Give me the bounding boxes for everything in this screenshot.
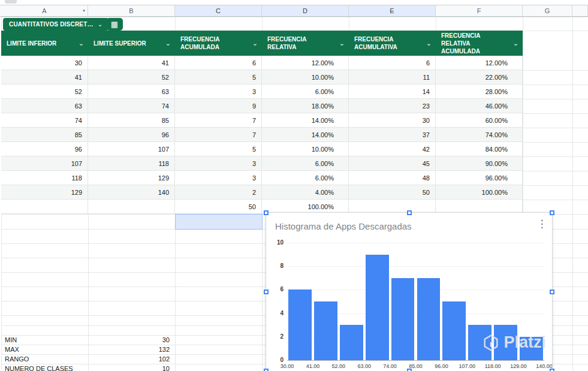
table-cell[interactable]: 11 [349,70,436,85]
table-cell[interactable]: 41 [88,56,175,70]
table-cell[interactable]: 3 [175,171,262,185]
table-cell[interactable]: 37 [349,128,436,142]
table-cell[interactable]: 50 [349,185,436,200]
table-cell[interactable]: 48 [349,171,436,185]
table-cell[interactable]: 10.00% [262,70,349,85]
table-cell[interactable]: 14.00% [262,128,349,142]
table-cell[interactable]: 107 [88,142,175,156]
table-cell[interactable]: 60.00% [436,113,523,128]
table-header-frecuencia-acumulada[interactable]: FRECUENCIA ACUMULADA⌄ [175,31,262,56]
table-cell[interactable]: 12.00% [262,56,349,70]
table-cell[interactable]: 129 [88,171,175,185]
table-cell[interactable]: 74 [1,113,88,128]
table-cell[interactable]: 46.00% [436,99,523,113]
table-cell[interactable]: 14.00% [262,113,349,128]
table-cell[interactable]: 2 [175,185,262,200]
table-cell[interactable]: 6.00% [262,85,349,99]
chevron-down-icon[interactable]: ⌄ [79,40,84,47]
column-header-D[interactable]: D [262,5,349,16]
table-name-tab[interactable]: CUANTITATIVOS DISCRET… ⌄ [3,18,108,31]
column-header-F[interactable]: F [436,5,523,16]
table-header-limite-inferior[interactable]: LIMITE INFERIOR⌄ [1,31,88,56]
table-cell[interactable]: 140 [88,185,175,200]
table-cell[interactable]: 100.00% [436,185,523,200]
table-cell[interactable]: 96 [88,128,175,142]
table-cell[interactable]: 90.00% [436,156,523,171]
chevron-down-icon[interactable]: ⌄ [252,40,258,47]
chart-resize-handle[interactable] [550,289,554,294]
table-cell[interactable]: 118 [88,156,175,171]
chart-container[interactable]: Histograma de Apps Descargadas ⋮ 1086420… [266,212,553,371]
table-cell[interactable]: 41 [1,70,88,85]
chevron-down-icon[interactable]: ⌄ [513,40,518,47]
table-cell[interactable]: 3 [175,156,262,171]
table-cell[interactable]: 30 [1,56,88,70]
table-cell[interactable]: 96.00% [436,171,523,185]
stat-label[interactable]: MIN [1,335,88,345]
table-cell[interactable]: 63 [1,99,88,113]
table-cell[interactable]: 129 [1,185,88,200]
chart-resize-handle[interactable] [264,289,269,294]
stat-label[interactable]: MAX [1,345,88,354]
table-cell[interactable]: 42 [349,142,436,156]
column-header-B[interactable]: B [88,5,175,16]
table-header-limite-superior[interactable]: LIMITE SUPERIOR⌄ [88,31,175,56]
table-cell[interactable]: 85 [88,113,175,128]
table-cell[interactable]: 5 [175,142,262,156]
table-cell[interactable]: 85 [1,128,88,142]
chart-resize-handle[interactable] [550,210,554,215]
table-cell[interactable]: 5 [175,70,262,85]
chart-resize-handle[interactable] [264,369,269,371]
chevron-down-icon[interactable]: ⌄ [165,40,171,47]
table-header-frecuencia-acumulativa[interactable]: FRECUENCIA ACUMULATIVA⌄ [349,31,436,56]
stat-value[interactable]: 30 [88,335,175,345]
table-cell[interactable]: 84.00% [436,142,523,156]
chart-resize-handle[interactable] [407,210,412,215]
stat-label[interactable]: NUMERO DE CLASES [1,364,88,371]
table-cell[interactable]: 9 [175,99,262,113]
table-cell[interactable]: 28.00% [436,85,523,99]
table-cell[interactable]: 30 [349,113,436,128]
dropdown-arrow-icon[interactable]: ▼ [82,9,86,13]
table-cell[interactable]: 52 [88,70,175,85]
table-cell[interactable]: 7 [175,113,262,128]
table-cell[interactable]: 52 [1,85,88,99]
table-cell[interactable]: 6 [349,56,436,70]
table-cell[interactable]: 45 [349,156,436,171]
table-cell[interactable]: 14 [349,85,436,99]
table-cell[interactable]: 6 [175,56,262,70]
table-total-cell[interactable] [88,200,175,214]
table-cell[interactable]: 12.00% [436,56,523,70]
chart-resize-handle[interactable] [407,369,412,371]
table-cell[interactable]: 23 [349,99,436,113]
table-total-cell[interactable] [1,200,88,214]
table-cell[interactable]: 74 [88,99,175,113]
stat-value[interactable]: 10 [88,364,175,371]
stat-value[interactable]: 102 [88,354,175,364]
column-header-G[interactable]: G [523,5,572,16]
table-cell[interactable]: 6.00% [262,156,349,171]
table-cell[interactable]: 118 [1,171,88,185]
table-cell[interactable]: 7 [175,128,262,142]
selected-cell[interactable] [175,214,263,230]
table-header-frecuencia-relativa-acumulada[interactable]: FRECUENCIA RELATIVA ACUMULADA⌄ [436,31,523,56]
table-cell[interactable]: 63 [88,85,175,99]
table-cell[interactable]: 6.00% [262,171,349,185]
table-cell[interactable]: 18.00% [262,99,349,113]
table-cell[interactable]: 4.00% [262,185,349,200]
stat-value[interactable]: 132 [88,345,175,354]
table-grid-button[interactable]: ▦ [106,18,123,31]
table-header-frecuencia-relativa[interactable]: FRECUENCIA RELATIVA⌄ [262,31,349,56]
column-header-A[interactable]: A▼ [1,5,88,16]
chart-resize-handle[interactable] [550,369,554,371]
table-cell[interactable]: 3 [175,85,262,99]
chevron-down-icon[interactable]: ⌄ [339,40,345,47]
chevron-down-icon[interactable]: ⌄ [426,40,432,47]
chart-menu-icon[interactable]: ⋮ [535,217,548,230]
table-cell[interactable]: 74.00% [436,128,523,142]
table-cell[interactable]: 107 [1,156,88,171]
column-header-C[interactable]: C [175,5,262,16]
table-cell[interactable]: 96 [1,142,88,156]
column-header-E[interactable]: E [349,5,436,16]
table-cell[interactable]: 10.00% [262,142,349,156]
